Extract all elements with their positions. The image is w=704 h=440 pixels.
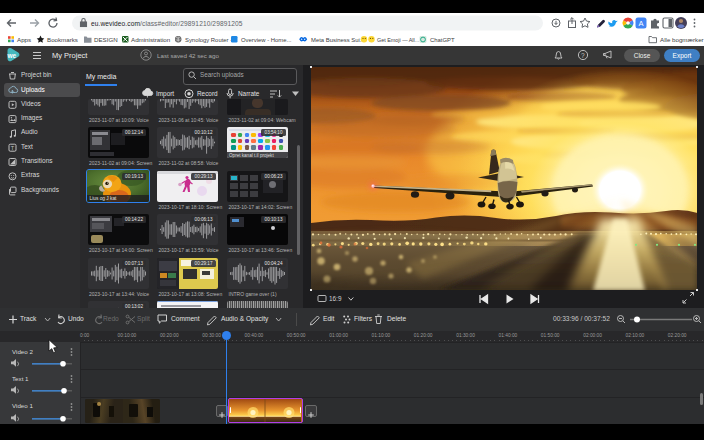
svg-text:Alle bogmærker: Alle bogmærker [660,36,704,43]
svg-text:ChatGPT: ChatGPT [430,37,455,43]
svg-text:Administration: Administration [131,36,171,43]
svg-text:Meta Business Sui...: Meta Business Sui... [311,37,365,43]
svg-text:Overview - Home...: Overview - Home... [241,37,292,43]
svg-text:T: T [11,145,15,151]
svg-text:A: A [638,19,643,28]
svg-text:Get Emoji — All...: Get Emoji — All... [377,37,419,43]
svg-text:we: we [7,52,17,59]
svg-text:DESIGN: DESIGN [94,36,118,43]
svg-text:Synology Router -...: Synology Router -... [185,37,237,43]
svg-text:Apps: Apps [17,36,31,43]
svg-text:?: ? [581,52,585,59]
svg-text:Bookmarks: Bookmarks [47,36,78,43]
